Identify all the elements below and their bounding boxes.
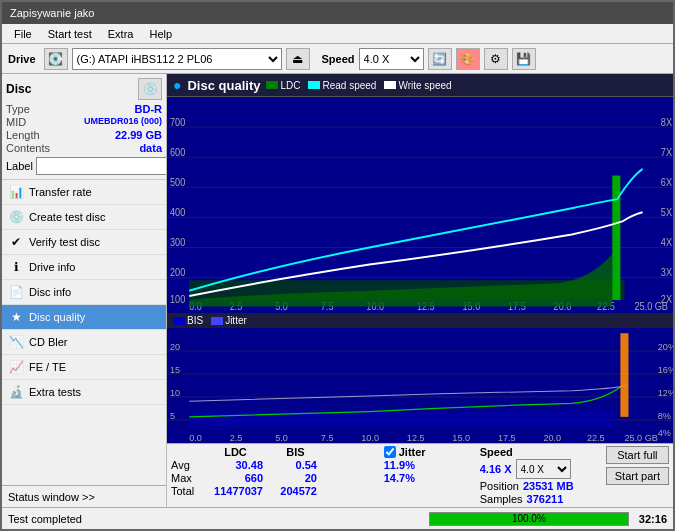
disc-info-label: Disc info [29, 286, 71, 298]
content-title: Disc quality [187, 78, 260, 93]
chart-2: 20 15 10 5 20% 16% 12% 8% 4% 0.0 2.5 5.0 [167, 328, 673, 443]
drive-icon-btn[interactable]: 💽 [44, 48, 68, 70]
stats-bottom: LDC BIS Avg 30.48 0.54 Max 660 [167, 443, 673, 507]
svg-text:300: 300 [170, 235, 185, 248]
sidebar-item-create-test-disc[interactable]: 💿 Create test disc [2, 205, 166, 230]
svg-text:20%: 20% [658, 342, 673, 352]
drive-select[interactable]: (G:) ATAPI iHBS112 2 PL06 [72, 48, 282, 70]
jitter-section: Jitter 11.9% 14.7% [384, 446, 474, 484]
svg-text:10.0: 10.0 [361, 433, 379, 443]
sidebar-item-disc-quality[interactable]: ★ Disc quality [2, 305, 166, 330]
svg-rect-33 [612, 176, 620, 300]
status-window-label: Status window >> [8, 491, 95, 503]
avg-speed: 4.16 X [480, 463, 512, 475]
status-text: Test completed [2, 513, 425, 525]
stats-table: LDC BIS Avg 30.48 0.54 Max 660 [171, 446, 378, 497]
disc-icon[interactable]: 💿 [138, 78, 162, 100]
svg-text:8%: 8% [658, 411, 671, 421]
mid-label: MID [6, 116, 26, 128]
status-window-btn[interactable]: Status window >> [2, 485, 166, 507]
svg-text:12%: 12% [658, 388, 673, 398]
refresh-btn[interactable]: 🔄 [428, 48, 452, 70]
contents-label: Contents [6, 142, 50, 154]
svg-text:6X: 6X [661, 175, 672, 188]
sidebar-item-extra-tests[interactable]: 🔬 Extra tests [2, 380, 166, 405]
cd-bler-label: CD Bler [29, 336, 68, 348]
svg-rect-60 [620, 333, 628, 417]
transfer-rate-label: Transfer rate [29, 186, 92, 198]
total-label: Total [171, 485, 199, 497]
extra-tests-label: Extra tests [29, 386, 81, 398]
transfer-rate-icon: 📊 [8, 184, 24, 200]
svg-text:16%: 16% [658, 365, 673, 375]
contents-val: data [139, 142, 162, 154]
legend-ldc: LDC [280, 80, 300, 91]
disc-quality-icon: ★ [8, 309, 24, 325]
eject-btn[interactable]: ⏏ [286, 48, 310, 70]
time-display: 32:16 [633, 513, 673, 525]
sidebar-item-verify-test-disc[interactable]: ✔ Verify test disc [2, 230, 166, 255]
label-label: Label [6, 160, 33, 172]
svg-text:17.5: 17.5 [498, 433, 516, 443]
speed-dropdown[interactable]: 4.0 X [516, 459, 571, 479]
svg-text:25.0 GB: 25.0 GB [635, 299, 668, 312]
svg-text:25.0 GB: 25.0 GB [624, 433, 657, 443]
title-text: Zapisywanie jako [10, 7, 94, 19]
svg-text:200: 200 [170, 265, 185, 278]
verify-test-disc-icon: ✔ [8, 234, 24, 250]
chart-1: 700 600 500 400 300 200 100 8X 7X 6X 5X … [167, 97, 673, 313]
sidebar-item-cd-bler[interactable]: 📉 CD Bler [2, 330, 166, 355]
max-label: Max [171, 472, 199, 484]
max-bis: 20 [267, 472, 317, 484]
speed-header: Speed [480, 446, 600, 458]
svg-text:5X: 5X [661, 205, 672, 218]
chart-1-svg: 700 600 500 400 300 200 100 8X 7X 6X 5X … [167, 97, 673, 313]
svg-text:12.5: 12.5 [407, 433, 425, 443]
svg-text:600: 600 [170, 145, 185, 158]
start-part-btn[interactable]: Start part [606, 467, 669, 485]
type-label: Type [6, 103, 30, 115]
mid-val: UMEBDR016 (000) [84, 116, 162, 128]
color-btn[interactable]: 🎨 [456, 48, 480, 70]
avg-ldc: 30.48 [203, 459, 263, 471]
svg-text:20: 20 [170, 342, 180, 352]
save-btn[interactable]: 💾 [512, 48, 536, 70]
svg-text:15.0: 15.0 [452, 433, 470, 443]
menu-file[interactable]: File [6, 26, 40, 42]
start-full-btn[interactable]: Start full [606, 446, 669, 464]
samples-val: 376211 [527, 493, 564, 505]
menu-start-test[interactable]: Start test [40, 26, 100, 42]
settings-btn2[interactable]: ⚙ [484, 48, 508, 70]
menu-help[interactable]: Help [141, 26, 180, 42]
verify-test-disc-label: Verify test disc [29, 236, 100, 248]
start-buttons: Start full Start part [606, 446, 669, 485]
disc-quality-label: Disc quality [29, 311, 85, 323]
svg-text:3X: 3X [661, 265, 672, 278]
charts-and-stats: 700 600 500 400 300 200 100 8X 7X 6X 5X … [167, 97, 673, 507]
avg-jitter: 11.9% [384, 459, 474, 471]
jitter-checkbox[interactable] [384, 446, 396, 458]
cd-bler-icon: 📉 [8, 334, 24, 350]
chart-2-svg: 20 15 10 5 20% 16% 12% 8% 4% 0.0 2.5 5.0 [167, 328, 673, 443]
progress-text: 100.0% [430, 513, 628, 525]
drive-label: Drive [8, 53, 36, 65]
sidebar-item-transfer-rate[interactable]: 📊 Transfer rate [2, 180, 166, 205]
legend-bis: BIS [187, 315, 203, 326]
chart-2-header: BIS Jitter [167, 313, 673, 328]
max-ldc: 660 [203, 472, 263, 484]
menu-extra[interactable]: Extra [100, 26, 142, 42]
disc-info-icon: 📄 [8, 284, 24, 300]
speed-select[interactable]: 4.0 X [359, 48, 424, 70]
speed-section: Speed 4.16 X 4.0 X Position 23531 MB [480, 446, 600, 505]
sidebar-item-disc-info[interactable]: 📄 Disc info [2, 280, 166, 305]
content-right: ● Disc quality LDC Read speed Write spee… [167, 74, 673, 507]
menu-bar: File Start test Extra Help [2, 24, 673, 44]
svg-rect-59 [189, 412, 614, 428]
label-input[interactable] [36, 157, 167, 175]
sidebar-item-fe-te[interactable]: 📈 FE / TE [2, 355, 166, 380]
jitter-header: Jitter [399, 446, 426, 458]
progress-bar-container: 100.0% [429, 512, 629, 526]
sidebar-item-drive-info[interactable]: ℹ Drive info [2, 255, 166, 280]
svg-text:8X: 8X [661, 115, 672, 128]
chart-legend: LDC Read speed Write speed [266, 80, 451, 91]
